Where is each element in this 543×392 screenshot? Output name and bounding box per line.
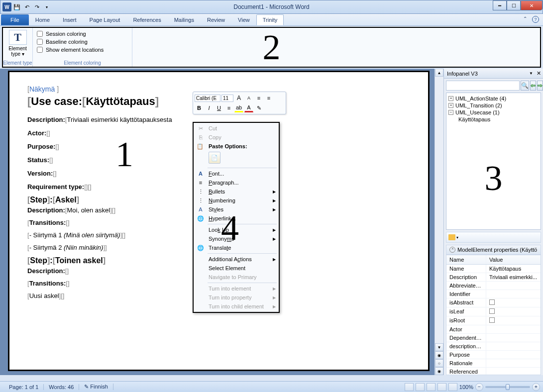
prop-row[interactable]: DependentRequ — [446, 334, 541, 342]
props-col-name[interactable]: Name — [446, 255, 486, 264]
prop-row[interactable]: isLeaf — [446, 307, 541, 316]
copy-icon: ⎘ — [197, 133, 205, 141]
tab-review[interactable]: Review — [201, 14, 231, 25]
prop-row[interactable]: isAbstract — [446, 298, 541, 307]
tab-trinity[interactable]: Trinity — [256, 14, 284, 25]
browse-object-button[interactable]: ○ — [435, 359, 443, 367]
element-coloring-group: Session coloring Baseline coloring Show … — [33, 28, 132, 67]
zoom-in-button[interactable]: + — [532, 383, 540, 391]
increase-indent-icon[interactable]: ≡ — [264, 94, 273, 102]
underline-icon[interactable]: U — [215, 103, 223, 112]
infopanel-dropdown-icon[interactable]: ▼ — [529, 71, 533, 76]
nav-back-button[interactable]: ⇦ — [530, 81, 536, 91]
prev-page-button[interactable]: ◉ — [435, 351, 443, 359]
status-page[interactable]: Page: 1 of 1 — [4, 384, 44, 390]
paste-icon: 📋 — [197, 143, 204, 150]
prop-row[interactable]: isRoot — [446, 316, 541, 325]
web-layout-view[interactable] — [427, 383, 435, 391]
tree-item-actionstate[interactable]: +UML_ActionState (4) — [448, 95, 539, 102]
cm-cut: ✂Cut — [194, 124, 279, 133]
decrease-indent-icon[interactable]: ≡ — [254, 94, 263, 102]
infopanel-header[interactable]: Infopanel V3 ▼ ✕ — [444, 69, 543, 79]
print-layout-view[interactable] — [405, 383, 414, 391]
file-tab[interactable]: File — [1, 14, 29, 25]
spellcheck-icon: ✎ — [84, 384, 89, 390]
prop-row[interactable]: DescriptionTriviaali esimerkki... — [446, 273, 541, 282]
context-menu: ✂Cut ⎘Copy 📋Paste Options: 📄 AFont... ≡P… — [193, 122, 280, 313]
session-coloring-checkbox[interactable]: Session coloring — [37, 31, 128, 37]
full-screen-view[interactable] — [416, 383, 425, 391]
cm-numbering[interactable]: ⋮Numbering▶ — [194, 196, 279, 205]
save-icon[interactable]: 💾 — [12, 2, 21, 11]
prop-row[interactable]: NameKäyttötapaus — [446, 265, 541, 273]
close-button[interactable]: ✕ — [521, 0, 543, 10]
next-page-button[interactable]: ◉ — [435, 367, 443, 375]
italic-icon[interactable]: I — [205, 103, 214, 112]
tab-view[interactable]: View — [231, 14, 256, 25]
font-size-input[interactable] — [221, 95, 233, 102]
help-icon[interactable]: ? — [532, 16, 539, 23]
zoom-level[interactable]: 100% — [459, 384, 473, 390]
numbering-icon: ⋮ — [197, 196, 205, 204]
tab-references[interactable]: References — [126, 14, 167, 25]
grow-font-icon[interactable]: A — [234, 94, 243, 102]
cm-additional[interactable]: Additional Actions▶ — [194, 255, 279, 264]
prop-row[interactable]: descriptionXML — [446, 342, 541, 351]
status-language[interactable]: ✎ Finnish — [79, 384, 113, 390]
redo-icon[interactable]: ↷ — [32, 2, 41, 11]
font-family-input[interactable] — [195, 95, 220, 102]
paste-option-button[interactable]: 📄 — [209, 152, 220, 164]
tab-mailings[interactable]: Mailings — [168, 14, 201, 25]
status-words[interactable]: Words: 46 — [44, 384, 79, 390]
format-painter-icon[interactable]: ✎ — [254, 103, 263, 112]
minimize-button[interactable]: ━ — [493, 0, 507, 10]
search-button[interactable]: 🔍 — [521, 81, 529, 91]
tree-item-kayttotapaus[interactable]: Käyttötapaus — [448, 116, 539, 123]
qat-customize-icon[interactable]: ▾ — [42, 2, 51, 11]
zoom-out-button[interactable]: − — [475, 383, 483, 391]
scroll-down-button[interactable]: ▼ — [435, 343, 443, 351]
tab-insert[interactable]: Insert — [56, 14, 83, 25]
element-type-label: Element type ▾ — [7, 46, 28, 57]
baseline-coloring-checkbox[interactable]: Baseline coloring — [37, 39, 128, 45]
prop-row[interactable]: Actor — [446, 325, 541, 334]
prop-row[interactable]: Identifier — [446, 290, 541, 298]
tree-item-usecase[interactable]: −UML_Usecase (1) — [448, 109, 539, 116]
infopanel: Infopanel V3 ▼ ✕ 🔍 ⇦ ⇨ +UML_ActionState … — [443, 69, 543, 375]
nav-forward-button[interactable]: ⇨ — [537, 81, 543, 91]
vertical-scrollbar[interactable]: ▲ ▼ ◉ ○ ◉ — [434, 69, 443, 375]
tab-home[interactable]: Home — [29, 14, 56, 25]
highlight-icon[interactable]: ab — [234, 103, 243, 112]
props-col-value[interactable]: Value — [486, 255, 541, 264]
tree-item-transition[interactable]: +UML_Transition (2) — [448, 102, 539, 109]
draft-view[interactable] — [448, 383, 457, 391]
shrink-font-icon[interactable]: A — [244, 94, 253, 102]
undo-icon[interactable]: ↶ — [22, 2, 31, 11]
prop-row[interactable]: Referenced — [446, 368, 541, 375]
outline-view[interactable] — [437, 383, 446, 391]
cm-paragraph[interactable]: ≡Paragraph... — [194, 178, 279, 187]
infopanel-close-icon[interactable]: ✕ — [537, 70, 541, 77]
ribbon-minimize-icon[interactable]: ⌃ — [523, 16, 527, 23]
infopanel-search-input[interactable] — [446, 81, 520, 91]
prop-row[interactable]: Rationale — [446, 359, 541, 368]
hyperlink-icon: 🌐 — [197, 214, 205, 222]
tab-page-layout[interactable]: Page Layout — [83, 14, 127, 25]
folder-bar[interactable]: ▾ — [446, 232, 541, 243]
font-color-icon[interactable]: A — [244, 103, 253, 112]
element-type-button[interactable]: T — [9, 30, 27, 45]
scroll-up-button[interactable]: ▲ — [435, 69, 443, 77]
cm-font[interactable]: AFont... — [194, 169, 279, 178]
show-element-locations-checkbox[interactable]: Show element locations — [37, 47, 128, 53]
prop-row[interactable]: Purpose — [446, 351, 541, 359]
zoom-slider[interactable] — [485, 386, 530, 388]
cm-bullets[interactable]: ⋮Bullets▶ — [194, 187, 279, 196]
cm-select-element[interactable]: Select Element — [194, 264, 279, 273]
center-icon[interactable]: ≡ — [224, 103, 233, 112]
prop-row[interactable]: Abbreviatednam — [446, 282, 541, 290]
infopanel-tree: +UML_ActionState (4) +UML_Transition (2)… — [446, 93, 541, 230]
props-header[interactable]: ⌃ModelElement properties (Käyttö — [446, 245, 541, 255]
word-app-icon[interactable]: W — [2, 2, 11, 11]
maximize-button[interactable]: ☐ — [507, 0, 521, 10]
bold-icon[interactable]: B — [195, 103, 204, 112]
